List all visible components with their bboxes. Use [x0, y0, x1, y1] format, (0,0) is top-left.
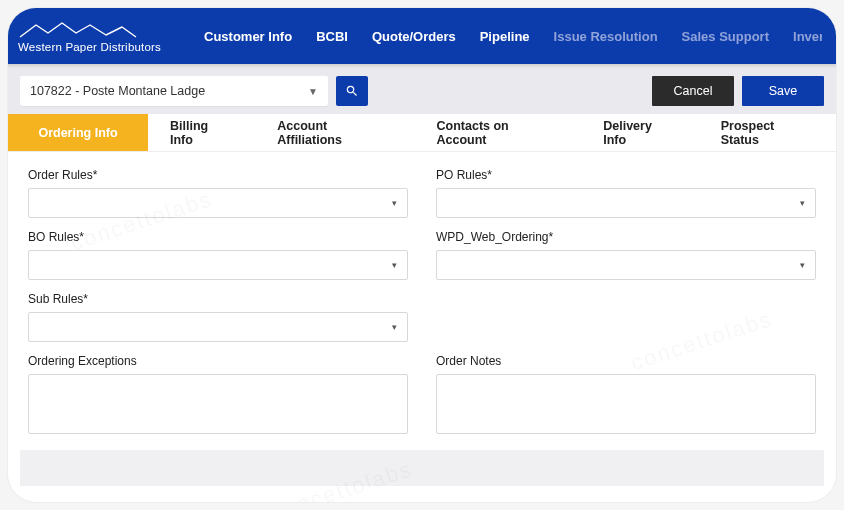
field-wpd-web-ordering: WPD_Web_Ordering* ▾ [436, 230, 816, 280]
save-button[interactable]: Save [742, 76, 824, 106]
select-sub-rules[interactable]: ▾ [28, 312, 408, 342]
search-icon [345, 84, 359, 98]
nav-item-inventory[interactable]: Inventory [791, 29, 822, 44]
label-sub-rules: Sub Rules* [28, 292, 408, 306]
nav-item-pipeline[interactable]: Pipeline [478, 29, 532, 44]
footer-spacer [20, 450, 824, 486]
tab-contacts-on-account[interactable]: Contacts on Account [415, 114, 582, 151]
tab-account-affiliations[interactable]: Account Affiliations [255, 114, 414, 151]
chevron-down-icon: ▼ [308, 86, 318, 97]
field-sub-rules: Sub Rules* ▾ [28, 292, 408, 342]
label-wpd-web-ordering: WPD_Web_Ordering* [436, 230, 816, 244]
textarea-order-notes[interactable] [436, 374, 816, 434]
label-bo-rules: BO Rules* [28, 230, 408, 244]
label-order-rules: Order Rules* [28, 168, 408, 182]
nav-item-quote-orders[interactable]: Quote/Orders [370, 29, 458, 44]
label-po-rules: PO Rules* [436, 168, 816, 182]
field-po-rules: PO Rules* ▾ [436, 168, 816, 218]
chevron-down-icon: ▾ [800, 260, 805, 270]
field-order-notes: Order Notes [436, 354, 816, 434]
form-area: Order Rules* ▾ PO Rules* ▾ BO Rules* ▾ W… [8, 152, 836, 442]
toolbar: 107822 - Poste Montane Ladge ▼ Cancel Sa… [8, 68, 836, 114]
tab-ordering-info[interactable]: Ordering Info [8, 114, 148, 151]
top-nav: Western Paper Distributors Customer Info… [8, 8, 836, 64]
field-ordering-exceptions: Ordering Exceptions [28, 354, 408, 434]
brand-logo: Western Paper Distributors [18, 19, 182, 53]
select-bo-rules[interactable]: ▾ [28, 250, 408, 280]
field-order-rules: Order Rules* ▾ [28, 168, 408, 218]
customer-select-value: 107822 - Poste Montane Ladge [30, 84, 205, 98]
select-po-rules[interactable]: ▾ [436, 188, 816, 218]
chevron-down-icon: ▾ [392, 322, 397, 332]
nav-item-customer-info[interactable]: Customer Info [202, 29, 294, 44]
tabs: Ordering InfoBilling InfoAccount Affilia… [8, 114, 836, 152]
brand-name: Western Paper Distributors [18, 41, 161, 53]
chevron-down-icon: ▾ [392, 260, 397, 270]
label-ordering-exceptions: Ordering Exceptions [28, 354, 408, 368]
cancel-button[interactable]: Cancel [652, 76, 734, 106]
nav-item-bcbi[interactable]: BCBI [314, 29, 350, 44]
nav-items: Customer InfoBCBIQuote/OrdersPipelineIss… [202, 29, 822, 44]
select-order-rules[interactable]: ▾ [28, 188, 408, 218]
mountains-icon [18, 19, 138, 39]
customer-select[interactable]: 107822 - Poste Montane Ladge ▼ [20, 76, 328, 106]
nav-item-issue-resolution[interactable]: Issue Resolution [552, 29, 660, 44]
tab-prospect-status[interactable]: Prospect Status [699, 114, 836, 151]
textarea-ordering-exceptions[interactable] [28, 374, 408, 434]
chevron-down-icon: ▾ [800, 198, 805, 208]
tab-delivery-info[interactable]: Delivery Info [581, 114, 699, 151]
nav-item-sales-support[interactable]: Sales Support [680, 29, 771, 44]
select-wpd-web-ordering[interactable]: ▾ [436, 250, 816, 280]
app-window: Western Paper Distributors Customer Info… [8, 8, 836, 502]
field-bo-rules: BO Rules* ▾ [28, 230, 408, 280]
label-order-notes: Order Notes [436, 354, 816, 368]
search-button[interactable] [336, 76, 368, 106]
tab-billing-info[interactable]: Billing Info [148, 114, 255, 151]
chevron-down-icon: ▾ [392, 198, 397, 208]
